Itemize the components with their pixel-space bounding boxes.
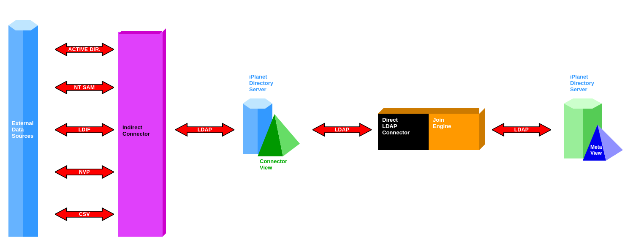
arrow-csv: CSV	[55, 207, 114, 221]
svg-marker-1	[8, 20, 38, 30]
arrow-ldap-3: LDAP	[492, 123, 551, 137]
meta-view-label: MetaView	[590, 145, 602, 156]
arrow-ldif: LDIF	[55, 123, 114, 137]
arrow-nvp: NVP	[55, 165, 114, 179]
svg-marker-4	[163, 28, 166, 237]
svg-marker-10	[564, 98, 602, 109]
connector-view-tetra	[258, 114, 300, 156]
arrow-nt-sam: NT SAM	[55, 80, 114, 95]
join-engine-box: DirectLDAPConnector JoinEngine	[378, 108, 479, 150]
ids2-label: iPlanetDirectoryServer	[570, 74, 594, 93]
indirect-connector-column: IndirectConnector	[118, 32, 163, 237]
indirect-connector-label: IndirectConnector	[122, 125, 150, 137]
ids1-label: iPlanetDirectoryServer	[249, 74, 273, 93]
svg-marker-8	[378, 108, 479, 114]
arrow-active-dir: ACTIVE DIR.	[55, 42, 114, 57]
connector-view-label: ConnectorView	[260, 158, 287, 171]
external-data-sources-column: ExternalDataSources	[8, 25, 38, 237]
direct-ldap-connector-label: DirectLDAPConnector	[382, 117, 410, 136]
arrow-ldap-2: LDAP	[312, 123, 372, 137]
svg-marker-5	[243, 98, 272, 109]
join-engine-label: JoinEngine	[433, 117, 451, 130]
arrow-ldap-1: LDAP	[175, 123, 234, 137]
external-data-sources-label: ExternalDataSources	[12, 120, 39, 139]
meta-view-tetra	[583, 125, 623, 161]
svg-marker-9	[479, 108, 485, 150]
